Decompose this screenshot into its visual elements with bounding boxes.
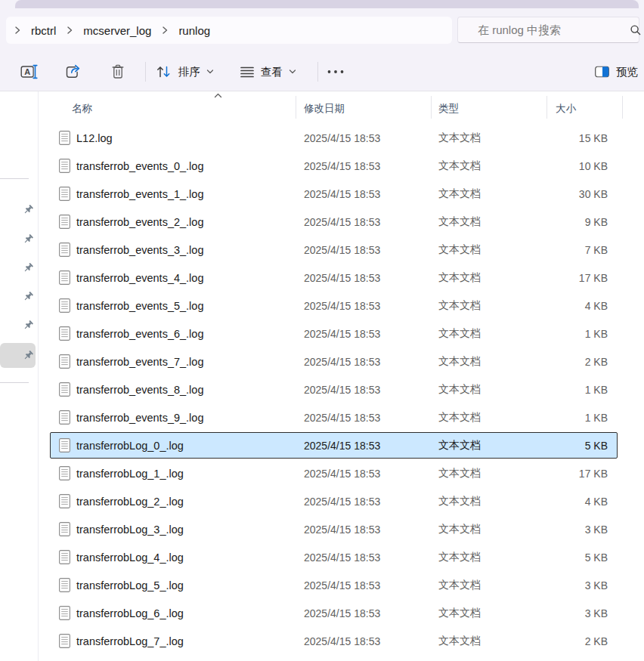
file-row[interactable]: transferrob_events_7_.log 2025/4/15 18:5… xyxy=(39,347,644,375)
file-date-modified: 2025/4/15 18:53 xyxy=(304,272,380,284)
file-date-modified: 2025/4/15 18:53 xyxy=(304,440,380,452)
pinned-item-pin-icon[interactable] xyxy=(22,262,34,274)
file-row[interactable]: transferrobLog_6_.log 2025/4/15 18:53 文本… xyxy=(39,599,644,627)
file-size: 3 KB xyxy=(585,607,608,619)
delete-button[interactable] xyxy=(110,63,125,80)
file-row[interactable]: transferrobLog_0_.log 2025/4/15 18:53 文本… xyxy=(39,431,644,459)
file-name: transferrobLog_0_.log xyxy=(76,440,184,452)
rename-icon: A xyxy=(20,63,39,80)
search-input[interactable] xyxy=(476,23,630,37)
file-row[interactable]: transferrob_events_2_.log 2025/4/15 18:5… xyxy=(39,208,644,236)
chevron-right-icon[interactable] xyxy=(66,26,73,35)
sort-button[interactable]: 排序 xyxy=(156,65,214,79)
file-row[interactable]: transferrobLog_1_.log 2025/4/15 18:53 文本… xyxy=(39,459,644,487)
text-file-icon xyxy=(59,298,70,313)
file-type: 文本文档 xyxy=(438,299,481,313)
file-type: 文本文档 xyxy=(438,635,481,648)
file-date-modified: 2025/4/15 18:53 xyxy=(304,300,380,312)
file-row[interactable]: transferrob_events_9_.log 2025/4/15 18:5… xyxy=(39,403,644,431)
file-type: 文本文档 xyxy=(438,355,481,369)
search-box[interactable] xyxy=(457,17,639,43)
file-row[interactable]: transferrobLog_4_.log 2025/4/15 18:53 文本… xyxy=(39,543,644,571)
breadcrumb-item-runlog[interactable]: runlog xyxy=(169,24,220,37)
file-date-modified: 2025/4/15 18:53 xyxy=(304,579,380,592)
file-date-modified: 2025/4/15 18:53 xyxy=(304,356,380,368)
chevron-right-icon[interactable] xyxy=(14,26,21,35)
file-type: 文本文档 xyxy=(438,579,481,592)
file-row[interactable]: transferrob_events_5_.log 2025/4/15 18:5… xyxy=(39,292,644,320)
column-divider[interactable] xyxy=(546,96,547,119)
view-label: 查看 xyxy=(261,65,283,79)
file-type: 文本文档 xyxy=(438,411,481,425)
text-file-icon xyxy=(59,438,70,453)
pinned-item-pin-icon[interactable] xyxy=(22,320,34,332)
text-file-icon xyxy=(59,354,70,369)
file-type: 文本文档 xyxy=(438,243,481,257)
column-header-size[interactable]: 大小 xyxy=(556,102,576,116)
file-size: 4 KB xyxy=(585,496,608,508)
file-name: transferrobLog_1_.log xyxy=(76,468,184,480)
preview-toggle-button[interactable]: 预览 xyxy=(595,65,638,79)
file-row[interactable]: transferrob_events_0_.log 2025/4/15 18:5… xyxy=(39,152,644,180)
window-chrome: rbctrl mcserver_log runlog A xyxy=(0,0,644,91)
column-divider[interactable] xyxy=(622,96,623,119)
text-file-icon xyxy=(59,634,70,648)
file-name: transferrobLog_5_.log xyxy=(76,579,184,592)
file-size: 4 KB xyxy=(585,300,608,312)
column-divider[interactable] xyxy=(431,96,432,119)
file-name: transferrob_events_4_.log xyxy=(76,272,203,284)
file-type: 文本文档 xyxy=(438,271,481,285)
file-name: transferrobLog_4_.log xyxy=(76,551,184,564)
text-file-icon xyxy=(59,326,70,341)
file-name: transferrob_events_6_.log xyxy=(76,328,203,340)
file-name: transferrob_events_9_.log xyxy=(76,412,203,424)
text-file-icon xyxy=(59,550,70,564)
file-row[interactable]: transferrobLog_3_.log 2025/4/15 18:53 文本… xyxy=(39,515,644,543)
view-button[interactable]: 查看 xyxy=(240,65,296,79)
pinned-item-pin-icon[interactable] xyxy=(22,233,34,246)
file-row[interactable]: transferrob_events_6_.log 2025/4/15 18:5… xyxy=(39,320,644,347)
sidebar-divider xyxy=(0,382,29,383)
file-size: 30 KB xyxy=(579,188,608,200)
view-icon xyxy=(240,66,254,78)
file-date-modified: 2025/4/15 18:53 xyxy=(304,132,380,144)
text-file-icon xyxy=(59,606,70,620)
text-file-icon xyxy=(59,187,70,201)
file-list: L12.log 2025/4/15 18:53 文本文档 15 KB trans… xyxy=(39,124,644,655)
file-row[interactable]: transferrob_events_3_.log 2025/4/15 18:5… xyxy=(39,236,644,264)
breadcrumb-item-mcserver-log[interactable]: mcserver_log xyxy=(73,24,161,37)
share-button[interactable] xyxy=(65,63,82,80)
file-date-modified: 2025/4/15 18:53 xyxy=(304,496,380,508)
file-size: 15 KB xyxy=(579,132,608,144)
file-row[interactable]: transferrobLog_5_.log 2025/4/15 18:53 文本… xyxy=(39,571,644,599)
chevron-right-icon[interactable] xyxy=(161,26,169,35)
text-file-icon xyxy=(59,522,70,536)
file-row[interactable]: transferrobLog_7_.log 2025/4/15 18:53 文本… xyxy=(39,627,644,655)
explorer-tab[interactable] xyxy=(15,0,639,8)
column-divider[interactable] xyxy=(296,96,296,119)
column-header-name[interactable]: 名称 xyxy=(72,102,92,116)
file-row[interactable]: transferrobLog_2_.log 2025/4/15 18:53 文本… xyxy=(39,487,644,515)
pinned-item-pin-icon[interactable] xyxy=(22,204,34,216)
more-options-button[interactable] xyxy=(327,70,344,74)
pinned-item-pin-icon[interactable] xyxy=(22,291,34,303)
address-bar[interactable]: rbctrl mcserver_log runlog xyxy=(6,17,452,44)
search-icon[interactable] xyxy=(630,24,642,36)
file-date-modified: 2025/4/15 18:53 xyxy=(304,607,380,619)
file-type: 文本文档 xyxy=(438,131,481,145)
file-date-modified: 2025/4/15 18:53 xyxy=(304,384,380,396)
text-file-icon xyxy=(59,270,70,285)
column-header-type[interactable]: 类型 xyxy=(438,102,459,116)
text-file-icon xyxy=(59,494,70,508)
file-size: 1 KB xyxy=(585,412,608,424)
file-row[interactable]: transferrob_events_4_.log 2025/4/15 18:5… xyxy=(39,264,644,292)
file-row[interactable]: transferrob_events_1_.log 2025/4/15 18:5… xyxy=(39,180,644,208)
breadcrumb-item-rbctrl[interactable]: rbctrl xyxy=(21,24,66,37)
pinned-item-pin-icon[interactable] xyxy=(22,350,34,362)
column-header-date[interactable]: 修改日期 xyxy=(304,102,345,116)
file-date-modified: 2025/4/15 18:53 xyxy=(304,160,380,172)
file-size: 1 KB xyxy=(585,384,608,396)
file-row[interactable]: transferrob_events_8_.log 2025/4/15 18:5… xyxy=(39,375,644,403)
rename-button[interactable]: A xyxy=(20,63,39,80)
file-row[interactable]: L12.log 2025/4/15 18:53 文本文档 15 KB xyxy=(39,124,644,152)
